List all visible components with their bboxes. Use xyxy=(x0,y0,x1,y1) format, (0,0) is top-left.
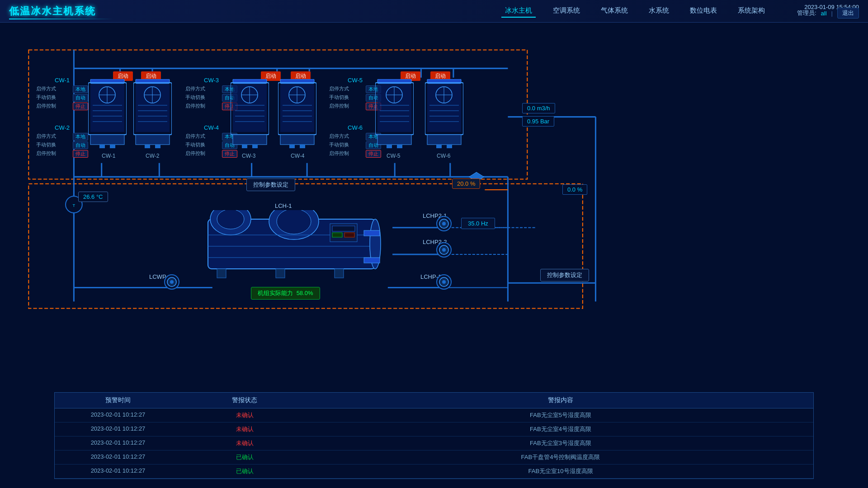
lchp1-pump xyxy=(436,274,452,290)
cw2-panel: CW-2 启停方式 本地 手动切换 自动 启停控制 停止 xyxy=(36,124,88,159)
svg-point-139 xyxy=(170,280,174,284)
capacity-badge: 机组实际能力 58.0% xyxy=(251,287,320,300)
alert-status-3: 未确认 xyxy=(181,439,308,447)
alert-row: 2023-02-01 10:12:27 已确认 FAB无尘室10号湿度高限 xyxy=(55,465,813,479)
svg-rect-58 xyxy=(136,135,170,145)
svg-point-117 xyxy=(277,210,311,234)
capacity-label: 机组实际能力 xyxy=(258,290,293,296)
divider: | xyxy=(831,10,833,17)
svg-rect-126 xyxy=(335,269,344,278)
admin-name: all xyxy=(821,10,827,17)
cw1-row3-label: 启停控制 xyxy=(36,103,56,110)
alert-row: 2023-02-01 10:12:27 未确认 FAB无尘室3号湿度高限 xyxy=(55,436,813,450)
alert-col-content: 警报内容 xyxy=(308,396,813,404)
cw1-row2-val: 自动 xyxy=(73,94,88,102)
admin-label: 管理员: xyxy=(797,9,816,17)
alert-content-4: FAB干盘管4号控制阀温度高限 xyxy=(308,453,813,461)
svg-rect-45 xyxy=(90,135,124,145)
alert-content-2: FAB无尘室4号湿度高限 xyxy=(308,425,813,433)
ctrl-param-button-top[interactable]: 控制参数设定 xyxy=(246,178,295,191)
cw2-tower-svg xyxy=(133,79,172,149)
cw1-panel: CW-1 启停方式 本地 手动切换 自动 启停控制 停止 xyxy=(36,77,88,111)
alert-status-4: 已确认 xyxy=(181,453,308,461)
cw1-title: CW-1 xyxy=(36,77,88,84)
alert-time-4: 2023-02-01 10:12:27 xyxy=(55,453,181,461)
alert-row: 2023-02-01 10:12:27 未确认 FAB无尘室4号湿度高限 xyxy=(55,422,813,436)
cw1-tower-svg xyxy=(88,79,127,149)
nav-water-system[interactable]: 水系统 xyxy=(645,5,673,18)
cw1-row3-val: 停止 xyxy=(73,103,88,110)
alert-content-5: FAB无尘室10号湿度高限 xyxy=(308,467,813,475)
alert-table: 预警时间 警报状态 警报内容 2023-02-01 10:12:27 未确认 F… xyxy=(54,392,814,479)
header: 低温冰水主机系统 冰水主机 空调系统 气体系统 水系统 数位电表 系统架构 20… xyxy=(0,0,868,23)
svg-rect-73 xyxy=(252,145,258,148)
cw2-bottom-label: CW-2 xyxy=(146,153,159,159)
svg-rect-71 xyxy=(233,135,267,145)
svg-rect-128 xyxy=(332,226,355,231)
main-nav: 冰水主机 空调系统 气体系统 水系统 数位电表 系统架构 xyxy=(501,5,769,18)
cw5-title: CW-5 xyxy=(329,77,381,84)
cw1-row1-label: 启停方式 xyxy=(36,85,56,93)
svg-point-115 xyxy=(217,210,244,229)
ctrl-param-button-right[interactable]: 控制参数设定 xyxy=(540,269,589,282)
pct2-meter: 0.0 % xyxy=(562,184,587,195)
admin-bar: 管理员: all | 退出 xyxy=(797,8,859,19)
lch1-label: LCH-1 xyxy=(275,202,292,209)
nav-system-arch[interactable]: 系统架构 xyxy=(734,5,769,18)
svg-rect-110 xyxy=(427,135,461,145)
cw5-panel: CW-5 启停方式 本地 手动切换 自动 启停控制 停止 xyxy=(329,77,381,111)
hz-val: 35.0 Hz xyxy=(468,220,488,227)
svg-rect-125 xyxy=(276,269,285,278)
svg-point-142 xyxy=(442,280,446,284)
cw4-panel: CW-4 启停方式 本地 手动切换 自动 启停控制 停止 xyxy=(185,124,237,159)
capacity-val: 58.0% xyxy=(297,290,313,296)
app-title: 低温冰水主机系统 xyxy=(9,5,96,18)
nav-ac-system[interactable]: 空调系统 xyxy=(549,5,584,18)
svg-rect-99 xyxy=(397,145,402,148)
alert-status-1: 未确认 xyxy=(181,411,308,419)
svg-rect-124 xyxy=(217,269,226,278)
flow-meter: 0.0 m3/h xyxy=(522,103,555,113)
alert-status-2: 未确认 xyxy=(181,425,308,433)
cw3-title: CW-3 xyxy=(185,77,237,84)
nav-gas-system[interactable]: 气体系统 xyxy=(597,5,632,18)
svg-rect-85 xyxy=(289,145,295,148)
main-content: T CW-1 启停方式 本地 xyxy=(0,23,868,488)
cw2-title: CW-2 xyxy=(36,124,88,131)
nav-digital-meter[interactable]: 数位电表 xyxy=(686,5,721,18)
logo-underline xyxy=(9,19,113,19)
alert-time-2: 2023-02-01 10:12:27 xyxy=(55,425,181,433)
alert-col-time: 预警时间 xyxy=(55,396,181,404)
logout-button[interactable]: 退出 xyxy=(837,8,859,19)
svg-rect-97 xyxy=(377,135,411,145)
svg-rect-60 xyxy=(155,145,160,148)
alert-content-1: FAB无尘室5号湿度高限 xyxy=(308,411,813,419)
cw3-panel: CW-3 启停方式 本地 手动切换 自动 启停控制 停止 xyxy=(185,77,237,111)
nav-ice-chiller[interactable]: 冰水主机 xyxy=(501,5,536,18)
alert-time-5: 2023-02-01 10:12:27 xyxy=(55,467,181,475)
svg-rect-59 xyxy=(145,145,150,148)
alert-table-header: 预警时间 警报状态 警报内容 xyxy=(55,393,813,408)
pct-badge-top: 20.0 % xyxy=(452,178,480,189)
svg-point-136 xyxy=(442,248,446,252)
cw3-bottom-label: CW-3 xyxy=(242,153,255,159)
cw5-bottom-label: CW-5 xyxy=(387,153,400,159)
alert-time-3: 2023-02-01 10:12:27 xyxy=(55,439,181,447)
cw6-tower-svg xyxy=(425,79,463,149)
svg-rect-130 xyxy=(344,233,354,237)
svg-text:T: T xyxy=(73,203,75,208)
alert-row: 2023-02-01 10:12:27 未确认 FAB无尘室5号湿度高限 xyxy=(55,408,813,422)
temp-val: 26.6 °C xyxy=(83,193,103,200)
lchp22-pump xyxy=(436,242,452,258)
svg-rect-129 xyxy=(332,233,342,237)
alert-col-status: 警报状态 xyxy=(181,396,308,404)
cw4-tower-svg xyxy=(278,79,316,149)
svg-rect-123 xyxy=(364,258,380,263)
alert-status-5: 已确认 xyxy=(181,467,308,475)
cw6-bottom-label: CW-6 xyxy=(437,153,450,159)
temp-badge: 26.6 °C xyxy=(78,192,108,202)
cw1-bottom-label: CW-1 xyxy=(102,153,115,159)
cw5-tower-svg xyxy=(375,79,414,149)
svg-rect-47 xyxy=(110,145,115,148)
pct2-val: 0.0 % xyxy=(567,186,582,193)
